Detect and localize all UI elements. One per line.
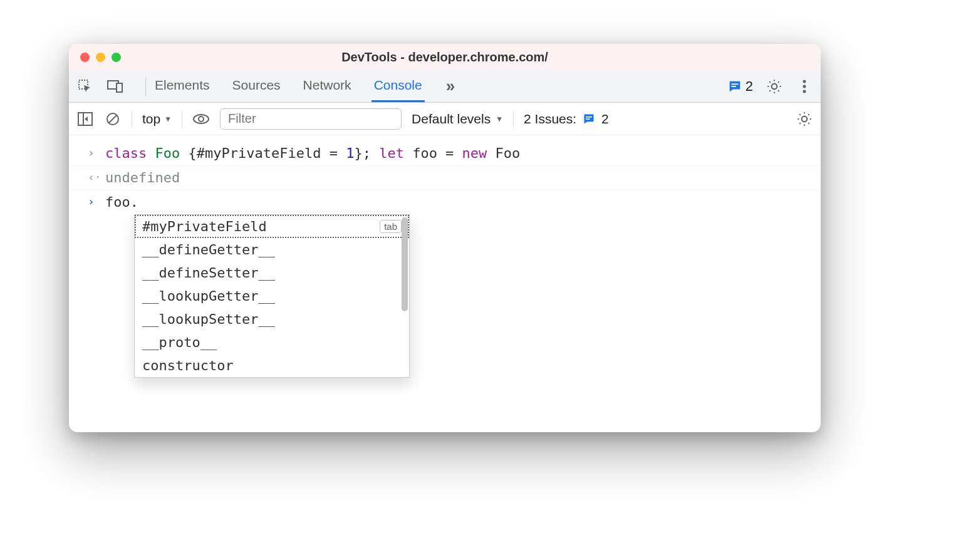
- autocomplete-item[interactable]: __defineGetter__: [135, 238, 409, 261]
- console-output-row: ‹· undefined: [69, 166, 821, 190]
- window-title: DevTools - developer.chrome.com/: [341, 50, 548, 65]
- main-tabs: Elements Sources Network Console »: [152, 70, 459, 102]
- svg-line-11: [109, 115, 117, 123]
- more-tabs-button[interactable]: »: [442, 70, 459, 102]
- tab-hint: tab: [380, 220, 402, 233]
- console-code-line[interactable]: class Foo {#myPrivateField = 1}; let foo…: [105, 144, 520, 163]
- context-select[interactable]: top▼: [142, 111, 172, 127]
- console-settings-icon[interactable]: [796, 110, 813, 128]
- autocomplete-item[interactable]: __lookupSetter__: [135, 308, 409, 331]
- tab-network[interactable]: Network: [301, 70, 354, 102]
- input-chevron-icon: ›: [88, 144, 98, 162]
- inspect-icon[interactable]: [76, 78, 94, 95]
- svg-rect-3: [731, 83, 738, 85]
- svg-point-7: [803, 90, 806, 93]
- svg-rect-9: [78, 113, 83, 125]
- svg-rect-15: [586, 118, 590, 120]
- clear-console-icon[interactable]: [104, 110, 122, 128]
- titlebar: DevTools - developer.chrome.com/: [69, 44, 821, 70]
- issues-indicator[interactable]: 2 Issues: 2: [524, 111, 609, 127]
- tab-console[interactable]: Console: [371, 70, 425, 102]
- console-body: › class Foo {#myPrivateField = 1}; let f…: [69, 135, 821, 214]
- filter-input[interactable]: [220, 108, 402, 130]
- zoom-icon[interactable]: [112, 53, 121, 62]
- traffic-lights: [80, 53, 121, 62]
- device-toggle-icon[interactable]: [106, 78, 124, 95]
- sidebar-toggle-icon[interactable]: [76, 110, 94, 128]
- svg-point-6: [803, 85, 806, 88]
- console-prompt-row[interactable]: › foo. #myPrivateField tab __defineGette…: [69, 190, 821, 214]
- autocomplete-item[interactable]: #myPrivateField tab: [135, 215, 409, 238]
- console-result: undefined: [105, 169, 180, 187]
- output-chevron-icon: ‹·: [88, 169, 98, 186]
- console-toolbar: top▼ Default levels▼ 2 Issues: 2: [69, 103, 821, 135]
- autocomplete-item[interactable]: __lookupGetter__: [135, 284, 409, 308]
- minimize-icon[interactable]: [96, 53, 105, 62]
- prompt-chevron-icon: ›: [88, 193, 98, 210]
- svg-point-5: [803, 80, 806, 83]
- autocomplete-item[interactable]: __defineSetter__: [135, 261, 409, 284]
- svg-rect-2: [117, 83, 122, 92]
- autocomplete-item[interactable]: constructor: [135, 354, 409, 377]
- svg-point-13: [199, 117, 204, 122]
- tab-elements[interactable]: Elements: [152, 70, 212, 102]
- kebab-menu-icon[interactable]: [796, 78, 813, 95]
- chat-badge[interactable]: 2: [728, 78, 753, 95]
- autocomplete-popup: #myPrivateField tab __defineGetter__ __d…: [134, 214, 410, 378]
- devtools-window: DevTools - developer.chrome.com/ Element…: [69, 44, 821, 432]
- autocomplete-item[interactable]: __proto__: [135, 331, 409, 354]
- tabs-toolbar: Elements Sources Network Console » 2: [69, 70, 821, 103]
- close-icon[interactable]: [80, 53, 90, 62]
- log-levels-select[interactable]: Default levels▼: [412, 111, 503, 127]
- scrollbar-thumb[interactable]: [402, 217, 408, 311]
- live-expression-icon[interactable]: [192, 110, 210, 128]
- console-input-row: › class Foo {#myPrivateField = 1}; let f…: [69, 142, 821, 166]
- tab-sources[interactable]: Sources: [230, 70, 283, 102]
- settings-icon[interactable]: [766, 78, 783, 95]
- svg-rect-14: [586, 116, 592, 117]
- svg-rect-4: [731, 86, 735, 87]
- chat-count: 2: [745, 78, 753, 95]
- console-prompt-input[interactable]: foo.: [105, 193, 138, 212]
